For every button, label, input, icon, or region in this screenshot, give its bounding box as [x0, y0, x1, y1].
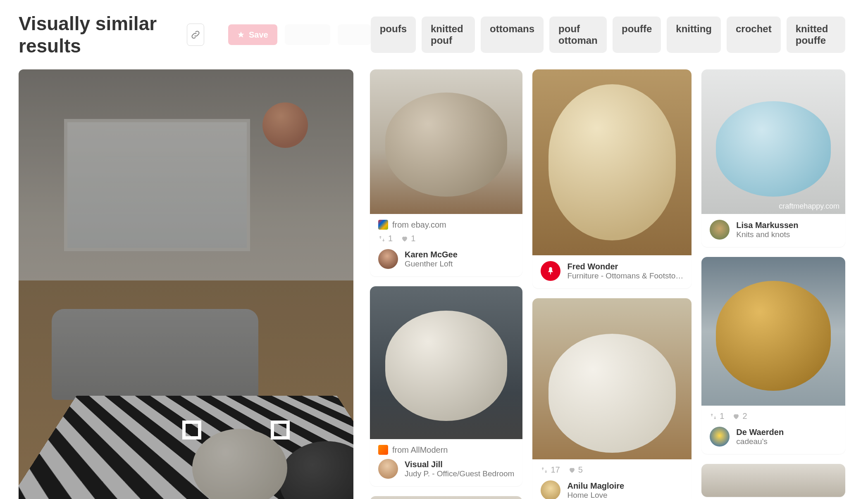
- like-count: 1: [401, 234, 415, 243]
- result-card[interactable]: [370, 496, 522, 499]
- tag-ottomans[interactable]: ottomans: [481, 17, 544, 53]
- result-card[interactable]: from AllModernVisual JillJudy P. - Offic…: [370, 286, 522, 486]
- user-name: Anilu Magloire: [567, 481, 624, 491]
- source-image[interactable]: [19, 69, 353, 499]
- result-thumbnail[interactable]: [532, 298, 692, 459]
- board-name: Judy P. - Office/Guest Bedroom: [405, 469, 514, 478]
- tag-poufs[interactable]: poufs: [371, 17, 416, 53]
- result-card[interactable]: 12De Waerdencadeau's: [701, 257, 845, 454]
- board-name: Guenther Loft: [405, 259, 458, 269]
- result-thumbnail[interactable]: [532, 69, 692, 255]
- results-grid: from ebay.com11Karen McGeeGuenther Loftf…: [370, 69, 845, 499]
- result-thumbnail[interactable]: [370, 496, 522, 499]
- avatar: [541, 480, 560, 499]
- avatar: [378, 459, 398, 479]
- board-name: Knits and knots: [736, 230, 798, 239]
- user-name: Lisa Markussen: [736, 221, 798, 230]
- user-attribution[interactable]: Visual JillJudy P. - Office/Guest Bedroo…: [378, 459, 514, 479]
- user-name: Fred Wonder: [567, 262, 683, 271]
- user-name: Karen McGee: [405, 250, 458, 259]
- like-count: 5: [568, 465, 583, 475]
- page-title: Visually similar results: [19, 12, 177, 57]
- result-card[interactable]: 175Anilu MagloireHome Love: [532, 298, 692, 499]
- ghost-actions: Save: [228, 24, 371, 45]
- ghost-action-1: [285, 24, 330, 45]
- board-name: Furniture - Ottomans & Footsto…: [567, 271, 683, 280]
- source-label[interactable]: from AllModern: [378, 445, 514, 455]
- result-card[interactable]: [701, 464, 845, 497]
- user-attribution[interactable]: Karen McGeeGuenther Loft: [378, 249, 514, 269]
- result-thumbnail[interactable]: [701, 464, 845, 497]
- watermark: craftmehappy.com: [779, 202, 839, 211]
- tag-pouf-ottoman[interactable]: pouf ottoman: [549, 17, 607, 53]
- user-attribution[interactable]: Anilu MagloireHome Love: [541, 480, 683, 499]
- ghost-action-2: [338, 24, 371, 45]
- avatar: [710, 427, 730, 447]
- board-name: cadeau's: [736, 437, 784, 446]
- header: Visually similar results Save poufsknitt…: [19, 12, 845, 57]
- board-name: Home Love: [567, 491, 624, 499]
- link-icon: [190, 29, 201, 40]
- result-card[interactable]: from ebay.com11Karen McGeeGuenther Loft: [370, 69, 522, 276]
- repin-count: 17: [541, 465, 560, 475]
- avatar: [710, 220, 730, 240]
- user-name: Visual Jill: [405, 460, 514, 469]
- tag-knitted-pouffe[interactable]: knitted pouffe: [787, 17, 845, 53]
- user-attribution[interactable]: Lisa MarkussenKnits and knots: [710, 220, 837, 240]
- pin-stats: 175: [541, 465, 683, 475]
- result-thumbnail[interactable]: craftmehappy.com: [701, 69, 845, 214]
- tag-row: poufsknitted poufottomanspouf ottomanpou…: [371, 17, 845, 53]
- copy-link-button[interactable]: [187, 24, 204, 46]
- favicon-icon: [378, 445, 388, 455]
- pin-stats: 12: [710, 411, 837, 421]
- result-thumbnail[interactable]: [701, 257, 845, 406]
- avatar: [378, 249, 398, 269]
- repin-count: 1: [378, 234, 393, 243]
- result-thumbnail[interactable]: [370, 286, 522, 439]
- user-attribution[interactable]: Fred WonderFurniture - Ottomans & Footst…: [541, 261, 683, 281]
- favicon-icon: [378, 220, 388, 230]
- tag-knitted-pouf[interactable]: knitted pouf: [422, 17, 475, 53]
- source-label[interactable]: from ebay.com: [378, 220, 514, 230]
- result-thumbnail[interactable]: [370, 69, 522, 214]
- result-card[interactable]: craftmehappy.comLisa MarkussenKnits and …: [701, 69, 845, 247]
- pinterest-icon: [541, 261, 560, 281]
- like-count: 2: [732, 411, 747, 421]
- tag-crochet[interactable]: crochet: [727, 17, 781, 53]
- ghost-save-button: Save: [228, 24, 277, 45]
- repin-count: 1: [710, 411, 724, 421]
- result-card[interactable]: Fred WonderFurniture - Ottomans & Footst…: [532, 69, 692, 288]
- tag-pouffe[interactable]: pouffe: [613, 17, 661, 53]
- user-name: De Waerden: [736, 428, 784, 437]
- pin-stats: 11: [378, 234, 514, 243]
- tag-knitting[interactable]: knitting: [667, 17, 721, 53]
- user-attribution[interactable]: De Waerdencadeau's: [710, 427, 837, 447]
